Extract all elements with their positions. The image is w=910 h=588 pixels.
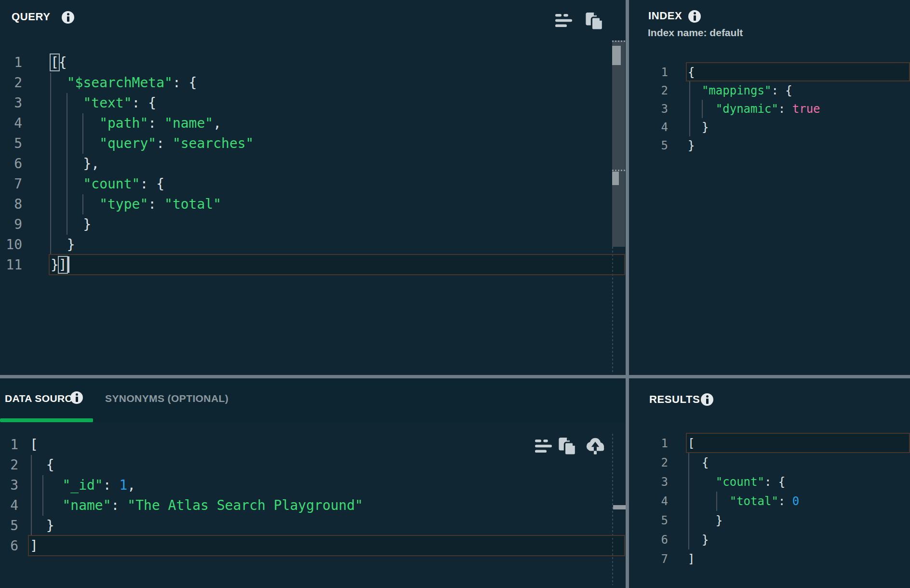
code-token: "count" xyxy=(716,475,764,489)
query-scrollbar-divider xyxy=(612,170,625,171)
data-source-tabbar xyxy=(0,378,626,422)
info-icon[interactable] xyxy=(701,393,713,406)
indent-guide xyxy=(50,73,51,255)
line-number: 4 xyxy=(0,495,18,516)
code-line: } xyxy=(51,214,91,235)
code-token: "name" xyxy=(164,115,213,131)
line-number: 6 xyxy=(0,154,22,174)
info-icon[interactable] xyxy=(688,10,701,23)
line-number: 10 xyxy=(0,235,22,255)
text-cursor xyxy=(67,256,69,273)
indent-guide xyxy=(689,81,690,136)
active-line-highlight xyxy=(49,254,625,275)
code-token: { xyxy=(785,84,792,97)
tab-synonyms[interactable]: SYNONYMS (OPTIONAL) xyxy=(105,393,228,404)
code-token: "total" xyxy=(730,494,778,508)
code-token: : xyxy=(778,102,792,116)
code-line: { xyxy=(30,455,54,475)
data-source-scrollbar-thumb[interactable] xyxy=(613,505,626,509)
line-number: 3 xyxy=(0,475,18,495)
data-source-editor-edge-guide xyxy=(612,434,613,585)
code-token xyxy=(688,84,702,97)
indent-guide xyxy=(82,113,83,154)
line-number: 2 xyxy=(625,81,668,100)
info-icon-bar xyxy=(694,15,696,21)
code-token: : xyxy=(764,475,778,489)
code-token: : xyxy=(140,176,156,192)
code-token: "path" xyxy=(99,115,148,131)
code-token xyxy=(51,196,99,212)
code-line: [ xyxy=(30,435,38,455)
code-token xyxy=(30,497,62,513)
code-token xyxy=(688,494,730,508)
info-icon-bar xyxy=(67,16,69,22)
code-token xyxy=(51,115,99,131)
code-token: : xyxy=(148,196,164,212)
code-line: "total": 0 xyxy=(688,492,799,511)
query-scrollbar-thumb[interactable] xyxy=(612,46,621,65)
copy-icon[interactable] xyxy=(585,12,605,31)
code-line: }] xyxy=(51,255,69,275)
info-icon-bar xyxy=(76,397,78,402)
line-number: 1 xyxy=(0,435,18,455)
indent-guide xyxy=(42,475,43,516)
atlas-search-playground: QUERY xyxy=(0,0,910,588)
index-name-label: Index name: default xyxy=(648,27,743,39)
code-line: "mappings": { xyxy=(688,81,792,100)
query-scrollbar-dotted-edge xyxy=(612,40,625,42)
code-token: : xyxy=(771,84,785,97)
code-line: ] xyxy=(30,536,38,556)
line-number: 11 xyxy=(0,255,22,275)
code-token: ] xyxy=(30,538,38,554)
code-token: } xyxy=(688,514,723,527)
code-token: "searches" xyxy=(173,135,254,151)
code-token: }, xyxy=(51,156,99,172)
indent-guide xyxy=(716,492,717,511)
vertical-panel-resize-divider[interactable] xyxy=(626,0,629,588)
code-token xyxy=(30,477,62,493)
code-line: } xyxy=(30,516,54,536)
upload-icon[interactable] xyxy=(584,436,606,456)
line-number: 8 xyxy=(0,194,22,214)
code-token: "count" xyxy=(83,176,140,192)
line-number: 6 xyxy=(0,536,18,556)
format-code-icon[interactable] xyxy=(535,440,554,453)
code-line: ] xyxy=(688,549,695,569)
code-line: [{ xyxy=(51,53,67,73)
code-token xyxy=(688,102,716,116)
code-token: , xyxy=(127,477,135,493)
code-token: } xyxy=(688,533,709,547)
code-token: "query" xyxy=(99,135,156,151)
line-number: 2 xyxy=(0,455,18,475)
code-token: { xyxy=(189,75,197,91)
code-token: : xyxy=(148,115,164,131)
code-token: "name" xyxy=(62,497,111,513)
line-number: 2 xyxy=(625,453,668,472)
query-scrollbar-track[interactable] xyxy=(612,40,625,247)
line-number: 1 xyxy=(625,63,668,81)
tab-data-source[interactable]: DATA SOURCE xyxy=(5,393,80,404)
info-icon[interactable] xyxy=(70,391,83,404)
code-token: "The Atlas Search Playground" xyxy=(127,497,363,513)
code-token: } xyxy=(30,518,54,534)
line-number: 4 xyxy=(625,492,668,511)
code-token: } xyxy=(51,257,59,273)
line-number: 3 xyxy=(0,93,22,113)
code-editors-layer[interactable]: 1[{2 "$searchMeta": {3 "text": {4 "path"… xyxy=(0,0,910,588)
line-number: 7 xyxy=(0,174,22,194)
line-number: 1 xyxy=(0,53,22,73)
code-token: : xyxy=(778,494,792,508)
info-icon-dot xyxy=(706,395,709,398)
indent-guide xyxy=(688,453,689,549)
query-scrollbar-thumb-2[interactable] xyxy=(612,172,619,185)
horizontal-panel-resize-divider[interactable] xyxy=(0,375,910,378)
code-line: "type": "total" xyxy=(51,194,221,214)
code-token: { xyxy=(156,176,164,192)
code-line: } xyxy=(688,136,695,155)
format-code-icon[interactable] xyxy=(555,14,575,27)
code-token: : xyxy=(173,75,189,91)
code-token: { xyxy=(688,456,709,469)
info-icon[interactable] xyxy=(62,11,74,24)
copy-icon[interactable] xyxy=(558,437,578,456)
code-token: , xyxy=(213,115,221,131)
